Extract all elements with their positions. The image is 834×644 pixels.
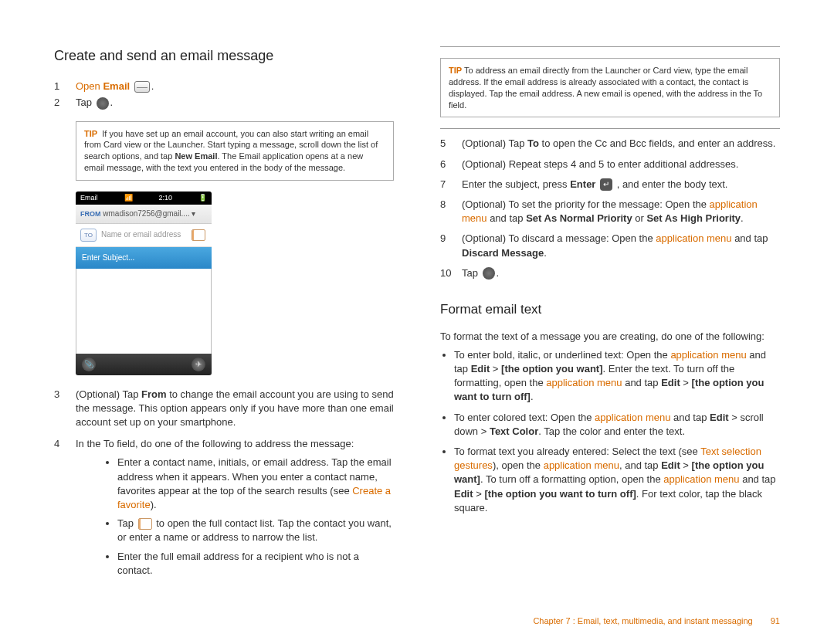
phone-bottom-bar: 📎 ✈ (76, 354, 212, 375)
application-menu-link[interactable]: application menu (656, 232, 731, 244)
step-9: (Optional) To discard a message: Open th… (462, 232, 780, 259)
application-menu-link[interactable]: application menu (670, 349, 746, 361)
tip-box-2: TIP To address an email directly from th… (440, 58, 780, 117)
contact-picker-icon (138, 518, 152, 530)
email-icon (134, 81, 150, 93)
phone-body-area (76, 269, 212, 354)
step-2: Tap . (76, 96, 394, 110)
heading-create: Create and send an email message (54, 46, 394, 66)
list-item: Tap to open the full contact list. Tap t… (117, 517, 394, 544)
enter-key-icon: ↵ (600, 178, 612, 191)
application-menu-link[interactable]: application menu (546, 377, 622, 388)
contact-picker-icon (192, 229, 205, 241)
send-icon: ✈ (192, 358, 205, 371)
step-7: Enter the subject, press Enter ↵ , and e… (462, 178, 780, 192)
step-1: Open Email . (76, 80, 394, 93)
phone-to-bar: TO Name or email address (76, 224, 212, 247)
phone-screenshot: Email 📶 2:10 🔋 FROM wmadison7256@gmail..… (76, 192, 212, 375)
list-item: To format text you already entered: Sele… (454, 445, 780, 515)
step-6: (Optional) Repeat steps 4 and 5 to enter… (462, 158, 780, 171)
left-column: Create and send an email message 1 Open … (54, 46, 394, 602)
phone-status-bar: Email 📶 2:10 🔋 (76, 192, 212, 205)
divider (440, 128, 780, 129)
phone-from-bar: FROM wmadison7256@gmail.... ▾ (76, 205, 212, 224)
list-item: Enter the full email address for a recip… (117, 550, 394, 578)
tip-box-1: TIP If you have set up an email account,… (76, 121, 394, 181)
chapter-label: Chapter 7 : Email, text, multimedia, and… (533, 616, 752, 625)
compose-icon (97, 97, 109, 110)
application-menu-link[interactable]: application menu (663, 473, 739, 485)
step-5: (Optional) Tap To to open the Cc and Bcc… (462, 137, 780, 151)
step-number: 1 (54, 80, 76, 93)
step-number: 2 (54, 96, 76, 110)
list-item: To enter bold, italic, or underlined tex… (454, 348, 780, 405)
step-4: In the To field, do one of the following… (76, 437, 394, 582)
list-item: Enter a contact name, initials, or email… (117, 456, 394, 512)
format-intro: To format the text of a message you are … (440, 330, 780, 344)
page-footer: Chapter 7 : Email, text, multimedia, and… (533, 616, 780, 625)
application-menu-link[interactable]: application menu (595, 412, 670, 423)
send-circle-icon (483, 267, 495, 280)
step-8: (Optional) To set the priority for the m… (462, 198, 780, 225)
attach-icon: 📎 (82, 358, 96, 371)
list-item: To enter colored text: Open the applicat… (454, 411, 780, 439)
phone-subject-bar: Enter Subject... (76, 247, 212, 269)
heading-format: Format email text (440, 300, 780, 319)
page-number: 91 (771, 616, 780, 625)
right-column: TIP To address an email directly from th… (440, 46, 780, 602)
step-number: 3 (54, 388, 76, 430)
step-3: (Optional) Tap From to change the email … (76, 388, 394, 430)
application-menu-link[interactable]: application menu (544, 459, 619, 471)
step-number: 4 (54, 437, 76, 582)
step-10: Tap . (462, 266, 780, 280)
divider (440, 46, 780, 47)
